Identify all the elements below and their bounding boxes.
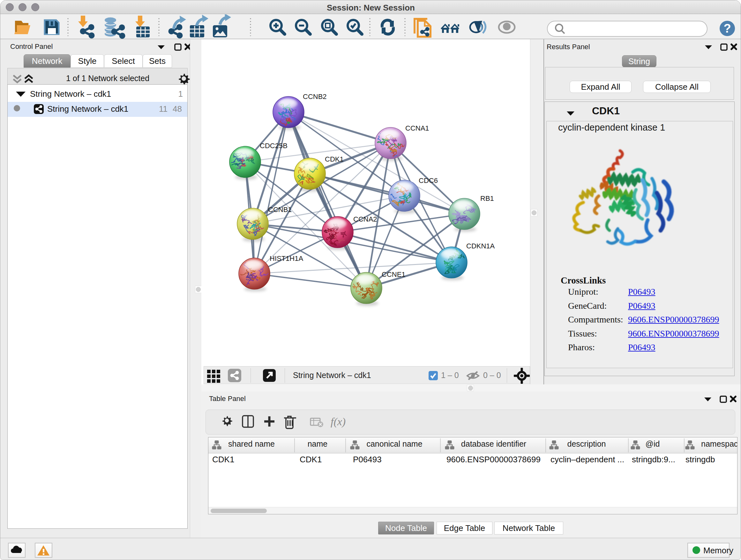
svg-text:namespac: namespac [701, 439, 737, 448]
svg-text:CDKN1A: CDKN1A [466, 242, 495, 250]
svg-text:description: description [567, 439, 606, 448]
svg-text:CCNE1: CCNE1 [382, 270, 406, 278]
svg-text:name: name [308, 439, 328, 448]
svg-text:CCNA1: CCNA1 [405, 124, 429, 132]
svg-text:RB1: RB1 [480, 194, 494, 202]
svg-text:canonical name: canonical name [366, 439, 422, 448]
svg-text:CCNB1: CCNB1 [268, 206, 292, 213]
svg-text:HIST1H1A: HIST1H1A [270, 254, 303, 262]
svg-text:CCNA2: CCNA2 [353, 215, 377, 223]
svg-text:CCNB2: CCNB2 [303, 92, 327, 101]
svg-text:CDK1: CDK1 [325, 155, 344, 163]
svg-text:CDC6: CDC6 [419, 177, 438, 185]
svg-text:CDC25B: CDC25B [260, 142, 287, 150]
svg-text:f(x): f(x) [331, 416, 346, 428]
svg-text:shared name: shared name [228, 439, 275, 448]
svg-text:database identifier: database identifier [461, 439, 526, 448]
svg-text:@id: @id [646, 439, 660, 448]
